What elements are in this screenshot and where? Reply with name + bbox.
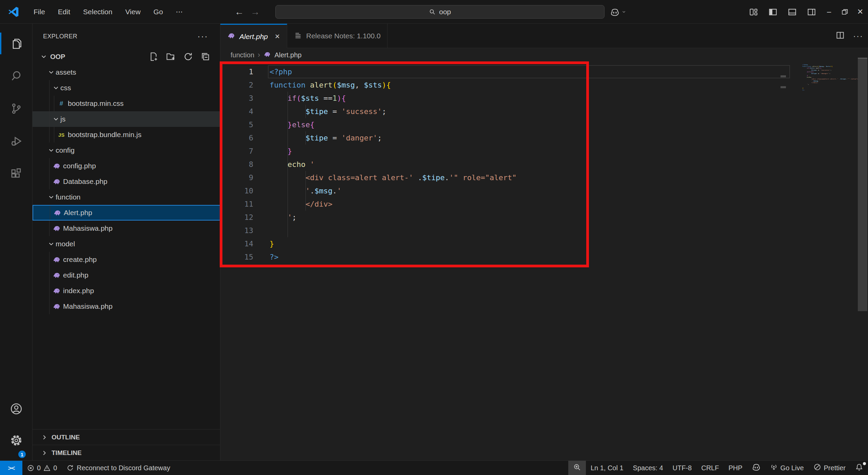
run-debug-view-icon[interactable] [0,125,33,157]
toggle-secondary-sidebar-button[interactable] [802,0,821,24]
tree-item-mahasiswa-php[interactable]: Mahasiswa.php [33,221,220,236]
status-notifications[interactable] [850,461,868,475]
status-indentation[interactable]: Spaces: 4 [628,461,668,475]
tree-item-js[interactable]: js [33,111,220,127]
discord-reconnect-status[interactable]: Reconnect to Discord Gateway [62,461,175,475]
new-folder-button[interactable] [166,52,176,63]
settings-gear-icon[interactable]: 1 [0,424,33,457]
tree-item-config[interactable]: config [33,142,220,158]
status-eol[interactable]: CRLF [696,461,724,475]
editor-more-actions[interactable]: ··· [853,31,863,41]
panel-header-outline[interactable]: OUTLINE [33,429,220,445]
breadcrumb-file[interactable]: Alert.php [274,51,301,59]
search-view-icon[interactable] [0,60,33,92]
tree-item-assets[interactable]: assets [33,64,220,80]
status-encoding[interactable]: UTF-8 [668,461,697,475]
tree-item-bootstrap-min-css[interactable]: #bootstrap.min.css [33,96,220,111]
status-copilot[interactable] [747,461,765,475]
tree-item-create-php[interactable]: create.php [33,252,220,267]
nav-forward-icon[interactable]: → [251,7,260,17]
accounts-icon[interactable] [0,393,33,425]
toggle-primary-sidebar-button[interactable] [763,0,783,24]
line-number: 11 [220,197,253,211]
nav-back-icon[interactable]: ← [235,7,244,17]
status-language-mode[interactable]: PHP [724,461,747,475]
source-control-view-icon[interactable] [0,92,33,125]
line-number: 5 [220,118,253,131]
code-line-4: 4 $tipe = 'sucsess'; [220,105,868,118]
code-line-5: 5 }else{ [220,118,868,131]
sync-icon [66,464,74,472]
php-file-icon [52,271,62,279]
chevron-down-icon [52,115,60,123]
collapse-folders-button[interactable] [200,52,211,63]
tree-indent-guide [49,96,50,111]
code-text: <div class=alert alert-' .$tipe.'" role=… [270,171,517,184]
editor-scrollbar[interactable] [858,58,867,311]
minimap[interactable]: <?phpfunction alert($msg, $sts){ if($sts… [790,64,868,91]
remote-indicator[interactable]: >< [0,461,22,475]
tree-item-label: bootstrap.min.css [68,99,124,108]
status-prettier[interactable]: Prettier [809,461,850,475]
status-zoom[interactable] [568,461,586,475]
line-number: 4 [220,105,253,118]
restore-button[interactable] [837,0,852,24]
explorer-more-actions[interactable]: ··· [197,31,208,42]
tree-indent-guide [49,111,50,127]
menu-more[interactable]: ⋯ [170,6,190,18]
status-cursor-position[interactable]: Ln 1, Col 1 [586,461,628,475]
tree-item-config-php[interactable]: config.php [33,158,220,174]
status-label: Spaces: 4 [633,464,663,472]
minimize-button[interactable]: – [821,0,837,24]
tab-alert-php[interactable]: Alert.php✕ [220,24,287,48]
close-tab-icon[interactable]: ✕ [275,33,280,40]
customize-layout-button[interactable] [744,0,763,24]
tree-item-database-php[interactable]: Database.php [33,174,220,189]
toggle-panel-button[interactable] [783,0,802,24]
problems-status[interactable]: 0 0 [22,461,62,475]
split-editor-button[interactable] [835,31,845,41]
menu-file[interactable]: File [27,6,52,18]
tree-indent-guide [49,299,50,314]
breadcrumb-folder[interactable]: function [231,51,254,59]
tab-release-notes-1-100-0[interactable]: Release Notes: 1.100.0 [287,24,388,48]
close-window-button[interactable]: ✕ [852,0,868,24]
tree-item-index-php[interactable]: index.php [33,283,220,299]
line-number: 13 [220,224,253,237]
minimap-decoration [781,86,786,88]
tree-item-bootstrap-bundle-min-js[interactable]: JSbootstrap.bundle.min.js [33,127,220,142]
menu-edit[interactable]: Edit [52,6,77,18]
panel-header-timeline[interactable]: TIMELINE [33,445,220,460]
menu-bar: FileEditSelectionViewGo⋯ [27,0,190,24]
tree-item-css[interactable]: css [33,80,220,96]
code-line-10: 10 '.$msg.' [220,184,868,197]
panel-label: OUTLINE [52,434,80,441]
copilot-menu[interactable] [610,0,626,24]
explorer-view-icon[interactable] [0,27,33,60]
extensions-view-icon[interactable] [0,157,33,190]
tree-item-model[interactable]: model [33,236,220,252]
status-go-live[interactable]: Go Live [765,461,809,475]
tree-item-label: assets [56,68,76,76]
tree-item-mahasiswa-php[interactable]: Mahasiswa.php [33,299,220,314]
code-line-15: 15?> [220,250,868,264]
menu-go[interactable]: Go [147,6,170,18]
copilot-icon [752,463,761,473]
command-center-search[interactable]: oop [275,5,605,19]
tree-item-function[interactable]: function [33,189,220,205]
workspace-name: OOP [50,53,65,61]
tree-item-label: create.php [63,255,97,264]
notification-dot [863,462,866,465]
tree-item-edit-php[interactable]: edit.php [33,267,220,283]
code-text: ?> [270,250,279,264]
code-editor[interactable]: 1<?php2function alert($msg, $sts){3 if($… [220,62,868,460]
menu-selection[interactable]: Selection [77,6,119,18]
refresh-explorer-button[interactable] [183,52,193,63]
tree-item-label: edit.php [63,271,88,279]
breadcrumb-separator-icon: › [258,51,260,59]
tree-item-alert-php[interactable]: Alert.php [33,205,220,221]
command-center-query: oop [439,8,451,16]
copilot-icon [610,7,619,17]
new-file-button[interactable] [149,52,159,63]
menu-view[interactable]: View [119,6,147,18]
